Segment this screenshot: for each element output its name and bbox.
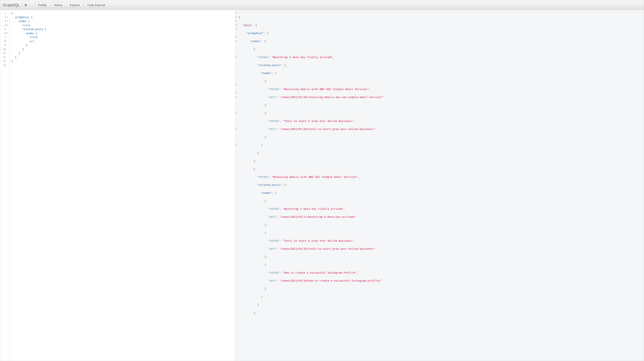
query-editor[interactable]: 12▼3▼4▼56▼7891011121314 { allWpPost { no… <box>0 10 235 361</box>
brace: { <box>28 20 30 23</box>
toolbar-button-group: Prettify History Explorer Code Exporter <box>36 3 108 8</box>
rk: "nodes" <box>250 40 261 43</box>
fold-marker <box>235 75 238 79</box>
fold-marker[interactable]: ▼ <box>235 11 238 15</box>
code-exporter-button[interactable]: Code Exporter <box>85 3 108 8</box>
rk: "allWpPost" <box>246 32 264 35</box>
line-number-gutter: 12▼3▼4▼56▼7891011121314 <box>0 10 10 361</box>
line-number: 4▼ <box>0 23 10 28</box>
qfield: allWpPost <box>15 16 29 19</box>
query-code[interactable]: { allWpPost { nodes { title related_post… <box>10 10 235 361</box>
fold-marker <box>235 159 238 163</box>
execute-button[interactable] <box>23 2 30 8</box>
rv: "Tools to Start & Grow Your Online Busin… <box>283 239 353 242</box>
fold-marker[interactable]: ▼ <box>235 35 238 39</box>
qfield: nodes <box>26 32 34 35</box>
rk: "title" <box>268 120 280 122</box>
rv: "/news/2021/01/18/receiving-emails-aws-s… <box>280 96 384 99</box>
fold-marker <box>235 99 238 103</box>
fold-marker <box>235 103 238 107</box>
brace: { <box>11 12 13 15</box>
rv: "/news/2021/01/10/how-to-create-a-succes… <box>280 279 382 282</box>
fold-marker <box>235 147 238 151</box>
rv: "Bootstrap 5 beta has finally arrived" <box>283 207 344 210</box>
play-icon <box>25 4 28 7</box>
rv: "How to Create a Successful Instagram Pr… <box>283 271 356 274</box>
rk: "uri" <box>268 279 276 282</box>
fold-marker <box>235 115 238 119</box>
rk: "title" <box>257 176 268 178</box>
toolbar: GraphiQL Prettify History Explorer Code … <box>0 0 644 10</box>
qfield: title <box>30 36 38 39</box>
rv: "/news/2021/01/11/bootstrap-5-beta-has-a… <box>280 215 356 218</box>
qfield: nodes <box>19 20 26 23</box>
fold-marker <box>235 59 238 63</box>
rk: "related_posts" <box>257 183 281 186</box>
explorer-button[interactable]: Explorer <box>67 3 83 8</box>
fold-marker <box>235 47 238 51</box>
brace: { <box>45 28 46 31</box>
fold-marker[interactable]: ▼ <box>235 55 238 59</box>
result-fold-gutter: ▼▼▼▼▼▼▼▼▼▼▼▼▼▼ <box>235 10 238 361</box>
fold-marker[interactable]: ▼ <box>235 27 238 31</box>
brace: { <box>31 16 32 19</box>
rk: "related_posts" <box>257 64 281 67</box>
prettify-button[interactable]: Prettify <box>36 3 49 8</box>
fold-marker[interactable]: ▼ <box>235 15 238 20</box>
qfield: related_posts <box>22 28 43 31</box>
line-number: 6▼ <box>0 31 10 36</box>
rv: "Receiving emails with AWS SES (Simple E… <box>272 176 358 178</box>
qfield: uri <box>30 40 34 43</box>
fold-marker <box>235 123 238 127</box>
rk: "uri" <box>268 215 276 218</box>
fold-marker <box>235 71 238 75</box>
rk: "title" <box>268 271 280 274</box>
rk: "uri" <box>268 128 276 130</box>
fold-marker <box>235 151 238 155</box>
fold-marker[interactable]: ▼ <box>235 127 238 131</box>
line-number: 2▼ <box>0 15 10 20</box>
fold-marker[interactable]: ▼ <box>235 91 238 95</box>
line-number: 1 <box>0 11 10 15</box>
rk: "title" <box>268 88 280 91</box>
fold-marker <box>235 79 238 83</box>
brace: } <box>22 48 24 51</box>
rk: "title" <box>257 56 268 59</box>
fold-marker[interactable]: ▼ <box>235 23 238 28</box>
fold-marker[interactable]: ▼ <box>235 39 238 44</box>
rv: "/news/2021/01/10/tools-to-start-grow-yo… <box>280 128 376 130</box>
qfield: title <box>22 24 30 27</box>
fold-marker[interactable]: ▼ <box>235 143 238 147</box>
brace: { <box>36 32 37 35</box>
rk: "nodes" <box>261 72 272 75</box>
rv: "Tools to Start & Grow Your Online Busin… <box>283 120 353 122</box>
fold-marker <box>235 131 238 135</box>
fold-marker <box>235 31 238 36</box>
history-button[interactable]: History <box>52 3 65 8</box>
brace: } <box>26 44 28 47</box>
rk: "nodes" <box>261 191 272 194</box>
rk: "data" <box>242 24 252 27</box>
result-code[interactable]: { "data": { "allWpPost": { "nodes": [ { … <box>238 10 644 361</box>
line-number: 9 <box>0 43 10 47</box>
graphiql-app: GraphiQL Prettify History Explorer Code … <box>0 0 644 361</box>
rv: "Bootstrap 5 beta has finally arrived" <box>272 56 332 59</box>
rv: "/news/2021/01/10/tools-to-start-grow-yo… <box>280 247 376 250</box>
fold-marker <box>235 67 238 71</box>
fold-marker <box>235 163 238 167</box>
fold-marker[interactable]: ▼ <box>235 95 238 99</box>
fold-marker[interactable]: ▼ <box>235 111 238 115</box>
editor-area: 12▼3▼4▼56▼7891011121314 { allWpPost { no… <box>0 10 644 361</box>
fold-marker <box>235 87 238 91</box>
fold-marker[interactable]: ▼ <box>235 19 238 23</box>
line-number: 11 <box>0 51 10 55</box>
line-number: 5 <box>0 27 10 31</box>
brace: } <box>11 60 13 62</box>
title-part: Graph <box>3 3 14 7</box>
fold-marker[interactable]: ▼ <box>235 83 238 87</box>
line-number: 3▼ <box>0 19 10 23</box>
line-number: 10 <box>0 47 10 51</box>
rk: "uri" <box>268 96 276 99</box>
fold-marker <box>235 107 238 111</box>
fold-marker <box>235 119 238 123</box>
